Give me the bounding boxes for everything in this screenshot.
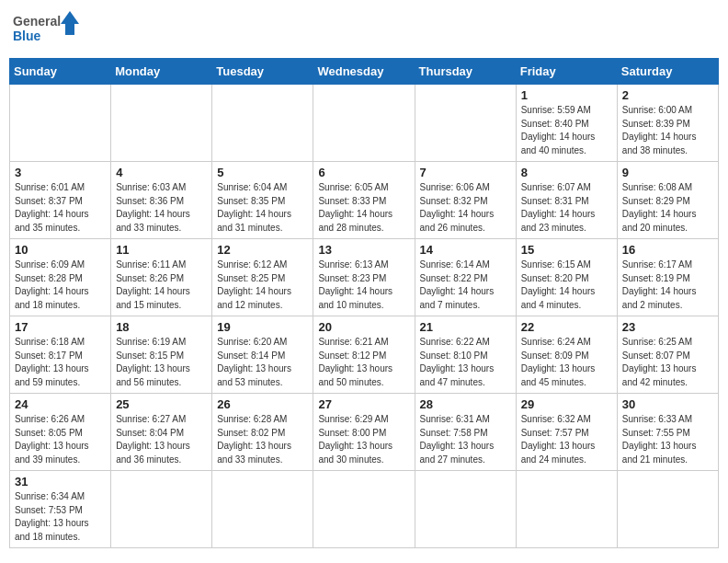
calendar-cell: 24Sunrise: 6:26 AM Sunset: 8:05 PM Dayli… (10, 394, 111, 471)
day-info: Sunrise: 6:13 AM Sunset: 8:23 PM Dayligh… (318, 259, 409, 312)
calendar-cell: 19Sunrise: 6:20 AM Sunset: 8:14 PM Dayli… (212, 316, 313, 394)
calendar-week-row: 24Sunrise: 6:26 AM Sunset: 8:05 PM Dayli… (10, 394, 719, 471)
day-info: Sunrise: 6:11 AM Sunset: 8:26 PM Dayligh… (116, 259, 207, 312)
calendar-cell: 18Sunrise: 6:19 AM Sunset: 8:15 PM Dayli… (111, 316, 212, 394)
calendar-cell (415, 85, 516, 162)
calendar-cell: 8Sunrise: 6:07 AM Sunset: 8:31 PM Daylig… (516, 162, 617, 239)
day-info: Sunrise: 6:21 AM Sunset: 8:12 PM Dayligh… (318, 336, 409, 389)
day-info: Sunrise: 6:22 AM Sunset: 8:10 PM Dayligh… (420, 336, 511, 389)
calendar-week-row: 31Sunrise: 6:34 AM Sunset: 7:53 PM Dayli… (10, 471, 719, 548)
day-number: 6 (318, 166, 409, 179)
calendar-cell: 10Sunrise: 6:09 AM Sunset: 8:28 PM Dayli… (10, 239, 111, 316)
day-number: 26 (217, 397, 308, 411)
day-info: Sunrise: 6:24 AM Sunset: 8:09 PM Dayligh… (521, 336, 612, 389)
day-of-week-header: Saturday (617, 59, 718, 85)
calendar-header-row: SundayMondayTuesdayWednesdayThursdayFrid… (10, 59, 719, 85)
day-info: Sunrise: 5:59 AM Sunset: 8:40 PM Dayligh… (521, 104, 612, 157)
day-number: 9 (622, 166, 713, 179)
calendar-cell: 22Sunrise: 6:24 AM Sunset: 8:09 PM Dayli… (516, 316, 617, 394)
day-number: 13 (318, 243, 409, 257)
svg-text:Blue: Blue (13, 29, 41, 43)
day-info: Sunrise: 6:31 AM Sunset: 7:58 PM Dayligh… (420, 413, 511, 466)
day-number: 28 (420, 397, 511, 411)
calendar-cell: 31Sunrise: 6:34 AM Sunset: 7:53 PM Dayli… (10, 471, 111, 548)
day-info: Sunrise: 6:26 AM Sunset: 8:05 PM Dayligh… (15, 413, 106, 466)
day-number: 2 (622, 88, 713, 102)
day-number: 15 (521, 243, 612, 257)
day-info: Sunrise: 6:07 AM Sunset: 8:31 PM Dayligh… (521, 181, 612, 235)
day-number: 29 (521, 397, 612, 411)
day-info: Sunrise: 6:25 AM Sunset: 8:07 PM Dayligh… (622, 336, 713, 389)
day-number: 30 (622, 397, 713, 411)
calendar-cell (212, 471, 313, 548)
day-of-week-header: Thursday (415, 59, 516, 85)
day-of-week-header: Tuesday (212, 59, 313, 85)
calendar-cell: 17Sunrise: 6:18 AM Sunset: 8:17 PM Dayli… (10, 316, 111, 394)
day-number: 24 (15, 397, 106, 411)
day-info: Sunrise: 6:27 AM Sunset: 8:04 PM Dayligh… (116, 413, 207, 466)
calendar-cell (313, 85, 415, 162)
calendar-cell: 27Sunrise: 6:29 AM Sunset: 8:00 PM Dayli… (313, 394, 415, 471)
calendar-cell: 30Sunrise: 6:33 AM Sunset: 7:55 PM Dayli… (617, 394, 718, 471)
day-number: 10 (15, 243, 106, 257)
day-number: 31 (15, 475, 106, 488)
calendar-cell: 12Sunrise: 6:12 AM Sunset: 8:25 PM Dayli… (212, 239, 313, 316)
calendar-week-row: 17Sunrise: 6:18 AM Sunset: 8:17 PM Dayli… (10, 316, 719, 394)
day-number: 18 (116, 320, 207, 334)
day-info: Sunrise: 6:01 AM Sunset: 8:37 PM Dayligh… (15, 181, 106, 235)
day-number: 20 (318, 320, 409, 334)
day-info: Sunrise: 6:18 AM Sunset: 8:17 PM Dayligh… (15, 336, 106, 389)
page-header: General Blue (9, 9, 719, 51)
day-info: Sunrise: 6:03 AM Sunset: 8:36 PM Dayligh… (116, 181, 207, 235)
calendar-cell: 23Sunrise: 6:25 AM Sunset: 8:07 PM Dayli… (617, 316, 718, 394)
calendar-cell: 26Sunrise: 6:28 AM Sunset: 8:02 PM Dayli… (212, 394, 313, 471)
calendar-cell: 21Sunrise: 6:22 AM Sunset: 8:10 PM Dayli… (415, 316, 516, 394)
calendar-cell: 2Sunrise: 6:00 AM Sunset: 8:39 PM Daylig… (617, 85, 718, 162)
svg-text:General: General (13, 14, 61, 29)
calendar-cell (415, 471, 516, 548)
calendar-cell: 16Sunrise: 6:17 AM Sunset: 8:19 PM Dayli… (617, 239, 718, 316)
calendar-week-row: 3Sunrise: 6:01 AM Sunset: 8:37 PM Daylig… (10, 162, 719, 239)
day-info: Sunrise: 6:15 AM Sunset: 8:20 PM Dayligh… (521, 259, 612, 312)
day-number: 8 (521, 166, 612, 179)
day-of-week-header: Friday (516, 59, 617, 85)
day-info: Sunrise: 6:04 AM Sunset: 8:35 PM Dayligh… (217, 181, 308, 235)
generalblue-logo: General Blue (13, 9, 86, 51)
day-number: 16 (622, 243, 713, 257)
day-number: 14 (420, 243, 511, 257)
calendar-cell (111, 471, 212, 548)
calendar-cell (516, 471, 617, 548)
calendar-cell: 14Sunrise: 6:14 AM Sunset: 8:22 PM Dayli… (415, 239, 516, 316)
day-info: Sunrise: 6:06 AM Sunset: 8:32 PM Dayligh… (420, 181, 511, 235)
calendar-cell: 13Sunrise: 6:13 AM Sunset: 8:23 PM Dayli… (313, 239, 415, 316)
day-number: 27 (318, 397, 409, 411)
day-number: 19 (217, 320, 308, 334)
calendar-cell: 1Sunrise: 5:59 AM Sunset: 8:40 PM Daylig… (516, 85, 617, 162)
calendar-cell: 7Sunrise: 6:06 AM Sunset: 8:32 PM Daylig… (415, 162, 516, 239)
day-info: Sunrise: 6:29 AM Sunset: 8:00 PM Dayligh… (318, 413, 409, 466)
day-number: 11 (116, 243, 207, 257)
day-info: Sunrise: 6:32 AM Sunset: 7:57 PM Dayligh… (521, 413, 612, 466)
svg-marker-2 (61, 11, 79, 35)
calendar-cell: 9Sunrise: 6:08 AM Sunset: 8:29 PM Daylig… (617, 162, 718, 239)
calendar-cell (313, 471, 415, 548)
calendar-cell: 28Sunrise: 6:31 AM Sunset: 7:58 PM Dayli… (415, 394, 516, 471)
day-number: 17 (15, 320, 106, 334)
calendar-cell: 15Sunrise: 6:15 AM Sunset: 8:20 PM Dayli… (516, 239, 617, 316)
calendar-cell: 6Sunrise: 6:05 AM Sunset: 8:33 PM Daylig… (313, 162, 415, 239)
calendar-week-row: 1Sunrise: 5:59 AM Sunset: 8:40 PM Daylig… (10, 85, 719, 162)
calendar-cell: 20Sunrise: 6:21 AM Sunset: 8:12 PM Dayli… (313, 316, 415, 394)
calendar-cell (111, 85, 212, 162)
day-number: 21 (420, 320, 511, 334)
calendar-cell: 29Sunrise: 6:32 AM Sunset: 7:57 PM Dayli… (516, 394, 617, 471)
calendar-table: SundayMondayTuesdayWednesdayThursdayFrid… (9, 58, 719, 548)
day-info: Sunrise: 6:14 AM Sunset: 8:22 PM Dayligh… (420, 259, 511, 312)
calendar-cell: 4Sunrise: 6:03 AM Sunset: 8:36 PM Daylig… (111, 162, 212, 239)
calendar-cell: 3Sunrise: 6:01 AM Sunset: 8:37 PM Daylig… (10, 162, 111, 239)
day-info: Sunrise: 6:28 AM Sunset: 8:02 PM Dayligh… (217, 413, 308, 466)
day-info: Sunrise: 6:34 AM Sunset: 7:53 PM Dayligh… (15, 490, 106, 544)
day-info: Sunrise: 6:33 AM Sunset: 7:55 PM Dayligh… (622, 413, 713, 466)
day-of-week-header: Wednesday (313, 59, 415, 85)
day-number: 25 (116, 397, 207, 411)
day-number: 1 (521, 88, 612, 102)
